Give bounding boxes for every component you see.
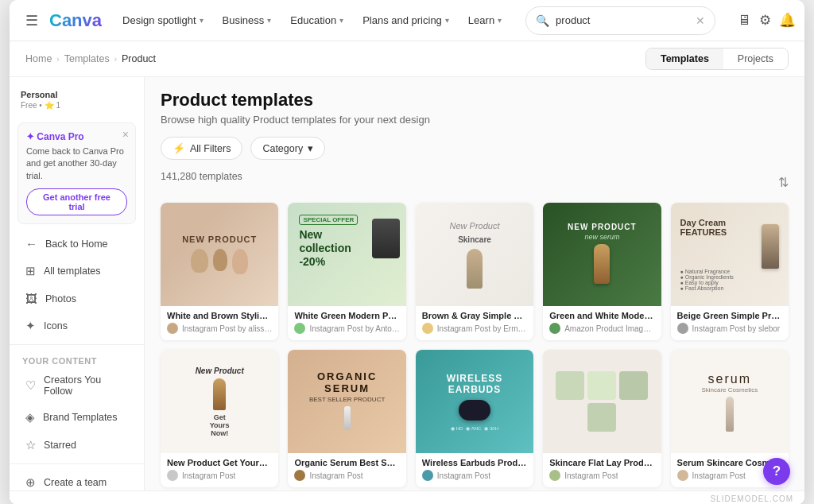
nav-business[interactable]: Business ▾ (215, 10, 280, 31)
chevron-down-icon: ▾ (267, 16, 271, 25)
icons-icon: ✦ (25, 319, 36, 333)
promo-title: ✦ Canva Pro (26, 131, 127, 142)
avatar (422, 470, 433, 481)
card-title: Green and White Modern Skincare ... (549, 311, 654, 320)
card-title: White and Brown Stylish Appliance... (167, 311, 272, 320)
your-content-label: Your Content (10, 350, 144, 367)
sidebar-item-icons[interactable]: ✦ Icons (13, 312, 141, 339)
chevron-down-icon: ▾ (339, 16, 343, 25)
sub-nav: Home › Templates › Product Templates Pro… (10, 41, 804, 77)
clear-icon[interactable]: ✕ (696, 14, 705, 27)
filter-icon: ⚡ (172, 142, 185, 154)
card-title: Skincare Flat Lay Product Post (549, 458, 654, 467)
author-name: Instagram Post (692, 471, 746, 480)
author-name: Instagram Post (564, 471, 618, 480)
template-card[interactable]: SPECIAL OFFER Newcollection-20% White Gr… (288, 203, 405, 340)
breadcrumb: Home › Templates › Product (25, 53, 156, 64)
settings-icon[interactable]: ⚙ (759, 12, 771, 29)
template-card[interactable]: Skincare Flat Lay Product Post Instagram… (543, 350, 661, 487)
breadcrumb-sep2: › (114, 55, 117, 64)
heart-icon: ♡ (25, 378, 36, 393)
tab-templates[interactable]: Templates (646, 48, 723, 69)
author-name: Instagram Post by slebor (692, 324, 781, 333)
template-grid: NEW PRODUCT White and Brown Stylish Appl… (161, 203, 789, 487)
promo-close-button[interactable]: × (122, 128, 129, 141)
promo-trial-button[interactable]: Get another free trial (26, 188, 127, 215)
category-label: Category (262, 143, 303, 154)
template-card[interactable]: New Product Skincare Brown & Gray Simple… (416, 203, 533, 340)
avatar (294, 470, 305, 481)
sidebar-item-photos[interactable]: 🖼 Photos (13, 285, 141, 312)
search-bar: 🔍 ✕ (525, 6, 715, 35)
sort-icon[interactable]: ⇅ (778, 175, 789, 190)
template-card[interactable]: WIRELESSEARBUDS ◉ HD ◉ ANC ◉ 30H Wireles… (416, 350, 533, 487)
page-title: Product templates (161, 90, 789, 110)
promo-box: × ✦ Canva Pro Come back to Canva Pro and… (17, 122, 136, 224)
category-button[interactable]: Category ▾ (250, 137, 325, 160)
template-card[interactable]: ORGANICSERUM BEST SELLER PRODUCT Organic… (288, 350, 405, 487)
tab-projects[interactable]: Projects (723, 48, 788, 69)
chevron-down-icon: ▾ (308, 142, 313, 154)
author-name: Instagram Post by Ermedia Studio (437, 324, 527, 333)
breadcrumb-product: Product (122, 53, 156, 64)
card-title: Organic Serum Best Seller Product (294, 458, 399, 467)
card-title: New Product Get Yours Now! (167, 458, 272, 467)
bell-icon[interactable]: 🔔 (779, 12, 796, 29)
template-count: 141,280 templates (161, 171, 242, 182)
add-team-icon: ⊕ (25, 475, 36, 490)
nav-items: Design spotlight ▾ Business ▾ Education … (114, 10, 510, 31)
template-card[interactable]: Day CreamFEATURES ● Natural Fragrance● O… (671, 203, 789, 340)
avatar (167, 470, 178, 481)
sidebar-item-label: Brand Templates (43, 412, 118, 423)
sidebar-item-label: Starred (44, 440, 76, 451)
avatar (677, 323, 688, 334)
sidebar-item-all-templates[interactable]: ⊞ All templates (13, 258, 141, 285)
all-filters-button[interactable]: ⚡ All Filters (161, 137, 242, 160)
top-nav: ☰ Canva Design spotlight ▾ Business ▾ Ed… (10, 0, 804, 41)
sidebar-divider (10, 344, 144, 345)
breadcrumb-templates[interactable]: Templates (64, 53, 110, 64)
help-button[interactable]: ? (763, 458, 790, 485)
author-name: Instagram Post (437, 471, 490, 480)
breadcrumb-sep: › (56, 55, 59, 64)
sidebar-item-starred[interactable]: ☆ Starred (13, 432, 141, 459)
nav-education[interactable]: Education ▾ (282, 10, 351, 31)
sidebar-item-label: Icons (44, 320, 68, 331)
avatar (167, 323, 178, 334)
grid-icon: ⊞ (25, 264, 36, 278)
browser-window: ☰ Canva Design spotlight ▾ Business ▾ Ed… (10, 0, 804, 504)
breadcrumb-home[interactable]: Home (25, 53, 52, 64)
author-name: Instagram Post by alissafatima (182, 324, 272, 333)
card-title: Beige Green Simple Product Featur... (677, 311, 782, 320)
nav-plans[interactable]: Plans and pricing ▾ (355, 10, 457, 31)
watermark: SLIDEMODEL.COM (10, 490, 804, 504)
personal-label: Personal (10, 85, 144, 101)
avatar (549, 470, 560, 481)
sidebar-item-brand[interactable]: ◈ Brand Templates (13, 404, 141, 431)
card-title: White Green Modern Product Mark... (294, 311, 399, 320)
star-icon: ☆ (25, 438, 36, 452)
nav-learn[interactable]: Learn ▾ (460, 10, 510, 31)
page-subtitle: Browse high quality Product templates fo… (161, 114, 789, 126)
template-card[interactable]: NEW PRODUCT White and Brown Stylish Appl… (161, 203, 278, 340)
sidebar-item-create-team[interactable]: ⊕ Create a team (13, 469, 141, 490)
sidebar-item-label: All templates (44, 266, 101, 277)
tab-group: Templates Projects (645, 48, 789, 70)
hamburger-icon[interactable]: ☰ (22, 9, 41, 33)
search-input[interactable] (556, 14, 689, 26)
free-label: Free • ⭐ 1 (10, 101, 144, 116)
template-card[interactable]: NEW PRODUCT new serum Green and White Mo… (543, 203, 661, 340)
author-name: Amazon Product Image by kavitaws (564, 324, 654, 333)
chevron-down-icon: ▾ (445, 16, 449, 25)
sidebar-item-label: Creators You Follow (44, 374, 128, 397)
sidebar-item-creators[interactable]: ♡ Creators You Follow (13, 368, 141, 403)
template-card[interactable]: New Product GetYoursNow! New Product Get… (161, 350, 278, 487)
nav-design-spotlight[interactable]: Design spotlight ▾ (114, 10, 211, 31)
sidebar-item-back[interactable]: ← Back to Home (13, 231, 141, 257)
main-layout: Personal Free • ⭐ 1 × ✦ Canva Pro Come b… (10, 77, 804, 490)
avatar (677, 470, 688, 481)
card-title: Brown & Gray Simple New Skincare... (422, 311, 527, 320)
chevron-down-icon: ▾ (498, 16, 502, 25)
photo-icon: 🖼 (25, 292, 37, 305)
monitor-icon[interactable]: 🖥 (738, 13, 751, 29)
